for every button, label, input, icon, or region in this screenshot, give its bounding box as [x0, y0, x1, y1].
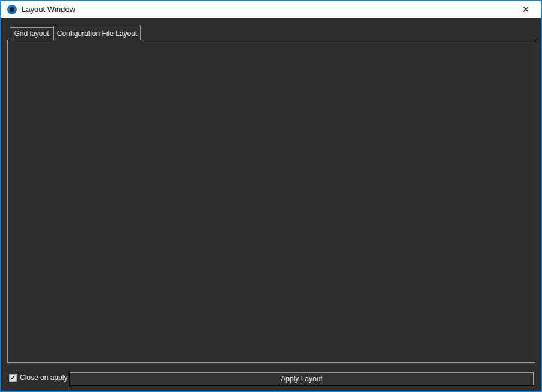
- tab-grid-layout[interactable]: Grid layout: [10, 27, 53, 40]
- close-on-apply-label: Close on apply: [20, 371, 67, 384]
- apply-layout-button[interactable]: Apply Layout: [70, 372, 534, 385]
- window-title: Layout Window: [22, 1, 75, 18]
- tab-configuration-file-layout[interactable]: Configuration File Layout: [53, 26, 141, 40]
- title-bar[interactable]: Layout Window ✕: [1, 1, 541, 18]
- checkmark-icon: ✓: [10, 375, 16, 381]
- close-icon[interactable]: ✕: [513, 2, 538, 17]
- tab-panel: [7, 40, 535, 363]
- close-on-apply-checkbox[interactable]: ✓: [9, 374, 17, 382]
- app-icon: [7, 5, 17, 14]
- layout-window: Layout Window ✕ Grid layout Configuratio…: [0, 0, 542, 392]
